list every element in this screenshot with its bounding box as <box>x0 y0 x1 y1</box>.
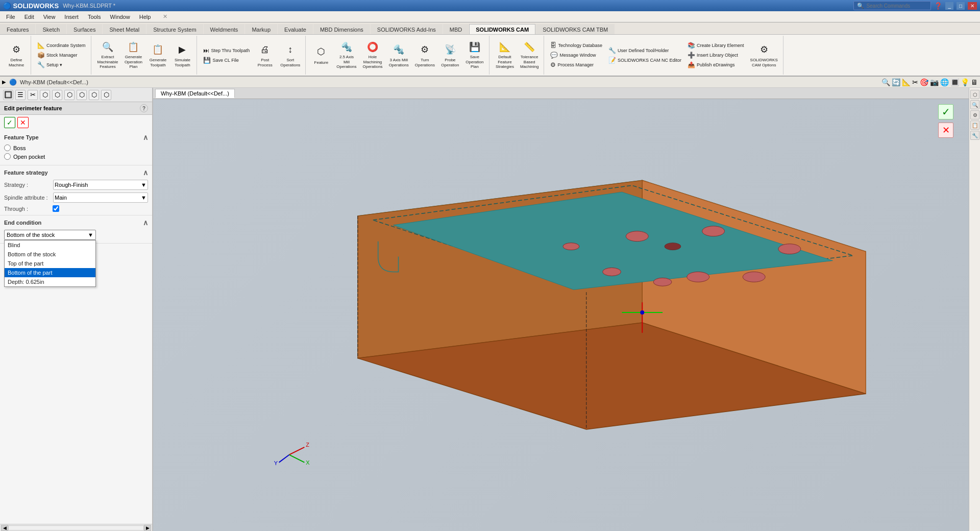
tab-weldments[interactable]: Weldments <box>204 24 245 34</box>
right-tool-2[interactable]: 🔍 <box>970 100 979 109</box>
tab-sheet-metal[interactable]: Sheet Metal <box>103 24 146 34</box>
2-5axis-btn[interactable]: 🔩 2.5 AxisMillOperations <box>334 40 358 70</box>
cam-options-btn[interactable]: ⚙ SOLIDWORKSCAM Options <box>748 40 780 70</box>
spindle-select[interactable]: Main ▼ <box>53 192 148 203</box>
view-icon-10[interactable]: 🖥 <box>971 78 978 86</box>
turn-ops-btn[interactable]: ⚙ TurnOperations <box>413 40 437 70</box>
maximize-btn[interactable]: □ <box>957 2 965 10</box>
extract-features-btn[interactable]: 🔍 ExtractMachinableFeatures <box>95 40 120 70</box>
user-tool-btn[interactable]: 🔧 User Defined Tool/Holder <box>606 46 683 55</box>
scrollbar-track[interactable] <box>8 525 144 530</box>
view-icon-6[interactable]: 📷 <box>930 78 939 86</box>
insert-library-btn[interactable]: ➕ Insert Library Object <box>685 51 746 60</box>
tab-solidworks-cam[interactable]: SOLIDWORKS CAM <box>469 24 535 34</box>
publish-edrawings-btn[interactable]: 📤 Publish eDrawings <box>685 60 746 69</box>
confirm-btn[interactable]: ✓ <box>4 117 15 128</box>
generate-toolpath-btn[interactable]: 📋 GenerateToolpath <box>146 40 169 70</box>
process-mgr-btn[interactable]: ⚙ Process Manager <box>548 60 604 69</box>
view-icon-8[interactable]: 🔳 <box>950 78 959 86</box>
right-tool-3[interactable]: ⚙ <box>970 110 979 119</box>
viewport-tab-main[interactable]: Why-KBM (Default<<Def...) <box>155 89 235 98</box>
panel-tool-7[interactable]: ⬡ <box>77 90 87 100</box>
feature-btn[interactable]: ⬡ Feature <box>310 40 332 70</box>
tab-surfaces[interactable]: Surfaces <box>67 24 102 34</box>
message-window-btn[interactable]: 💬 Message Window <box>548 51 604 60</box>
panel-tool-2[interactable]: ☰ <box>15 90 26 100</box>
probe-op-btn[interactable]: 📡 ProbeOperation <box>439 40 461 70</box>
right-tool-1[interactable]: ⬡ <box>970 90 979 99</box>
strategy-select[interactable]: Rough-Finish ▼ <box>53 180 148 190</box>
minimize-btn[interactable]: _ <box>945 2 953 10</box>
nc-editor-btn[interactable]: 📝 SOLIDWORKS CAM NC Editor <box>606 56 683 65</box>
feature-type-collapse-btn[interactable]: ∧ <box>143 133 148 141</box>
panel-help-btn[interactable]: ? <box>140 104 148 112</box>
scrollbar-right-btn[interactable]: ▶ <box>144 525 151 531</box>
close-btn[interactable]: ✕ <box>968 2 977 10</box>
help-btn[interactable]: ❓ <box>934 2 942 10</box>
create-library-btn[interactable]: 📚 Create Library Element <box>685 41 746 50</box>
view-icon-4[interactable]: ✂ <box>912 78 918 86</box>
tab-structure[interactable]: Structure System <box>146 24 203 34</box>
nav-expand-btn[interactable]: ▶ <box>2 79 6 85</box>
panel-tool-3[interactable]: ✂ <box>28 90 38 100</box>
menu-close-icon[interactable]: ✕ <box>159 12 172 21</box>
dropdown-item-depth[interactable]: Depth: 0.625in <box>5 277 95 286</box>
through-checkbox[interactable] <box>53 205 59 212</box>
boss-radio[interactable] <box>4 144 11 151</box>
tab-cam-tbm[interactable]: SOLIDWORKS CAM TBM <box>536 24 615 34</box>
view-icon-1[interactable]: 🔍 <box>881 78 890 86</box>
panel-tool-6[interactable]: ⬡ <box>64 90 75 100</box>
stock-manager-btn[interactable]: 📦 Stock Manager <box>35 51 88 60</box>
open-pocket-radio[interactable] <box>4 153 11 160</box>
scrollbar-left-btn[interactable]: ◀ <box>1 525 8 531</box>
panel-tool-1[interactable]: 🔲 <box>3 90 13 100</box>
menu-file[interactable]: File <box>2 13 19 21</box>
view-icon-5[interactable]: 🎯 <box>920 78 928 86</box>
dropdown-item-top-part[interactable]: Top of the part <box>5 259 95 268</box>
hole-machining-btn[interactable]: ⭕ HoleMachiningOperations <box>360 40 384 70</box>
panel-tool-4[interactable]: ⬡ <box>40 90 50 100</box>
right-tool-4[interactable]: 📋 <box>970 120 979 130</box>
panel-tool-9[interactable]: ⬡ <box>101 90 111 100</box>
panel-tool-5[interactable]: ⬡ <box>52 90 62 100</box>
dropdown-item-blind[interactable]: Blind <box>5 240 95 250</box>
end-condition-collapse-btn[interactable]: ∧ <box>143 219 148 227</box>
view-icon-7[interactable]: 🌐 <box>940 78 949 86</box>
tab-markup[interactable]: Markup <box>245 24 277 34</box>
tab-mbd-dimensions[interactable]: MBD Dimensions <box>313 24 370 34</box>
end-condition-dropdown[interactable]: Bottom of the stock ▼ <box>4 230 96 240</box>
generate-op-plan-btn[interactable]: 📋 GenerateOperationPlan <box>122 40 144 70</box>
feature-strategy-collapse-btn[interactable]: ∧ <box>143 168 148 177</box>
3axis-btn[interactable]: 🔩 3 Axis MillOperations <box>387 40 411 70</box>
tolerance-machining-btn[interactable]: 📏 ToleranceBasedMachining <box>518 40 541 70</box>
search-input[interactable] <box>866 3 927 9</box>
view-icon-2[interactable]: 🔄 <box>892 78 900 86</box>
coordinate-system-btn[interactable]: 📐 Coordinate System <box>35 41 88 50</box>
setup-btn[interactable]: 🔧 Setup ▾ <box>35 60 88 69</box>
dropdown-item-bottom-part[interactable]: Bottom of the part <box>5 268 95 277</box>
save-op-plan-btn[interactable]: 💾 SaveOperationPlan <box>463 40 486 70</box>
simulate-toolpath-btn[interactable]: ▶ SimulateToolpath <box>171 40 193 70</box>
menu-window[interactable]: Window <box>106 13 134 21</box>
tab-sketch[interactable]: Sketch <box>36 24 66 34</box>
tab-evaluate[interactable]: Evaluate <box>278 24 313 34</box>
default-strategies-btn[interactable]: 📐 DefaultFeatureStrategies <box>494 40 516 70</box>
post-process-btn[interactable]: 🖨 PostProcess <box>254 40 276 70</box>
define-machine-btn[interactable]: ⚙ DefineMachine <box>5 40 28 70</box>
dropdown-item-bottom-stock[interactable]: Bottom of the stock <box>5 250 95 259</box>
tech-db-btn[interactable]: 🗄 Technology Database <box>548 41 604 50</box>
menu-tools[interactable]: Tools <box>84 13 105 21</box>
menu-edit[interactable]: Edit <box>20 13 38 21</box>
right-tool-5[interactable]: 🔧 <box>970 131 979 140</box>
menu-help[interactable]: Help <box>135 13 155 21</box>
tab-addins[interactable]: SOLIDWORKS Add-Ins <box>371 24 443 34</box>
tab-features[interactable]: Features <box>0 24 35 34</box>
tab-mbd[interactable]: MBD <box>443 24 469 34</box>
viewport-cancel-btn[interactable]: ✕ <box>938 123 953 138</box>
step-thru-btn[interactable]: ⏭ Step Thru Toolpath <box>201 46 252 55</box>
view-icon-9[interactable]: 💡 <box>961 78 969 86</box>
sort-ops-btn[interactable]: ↕ SortOperations <box>278 40 302 70</box>
view-icon-3[interactable]: 📐 <box>902 78 911 86</box>
save-cl-btn[interactable]: 💾 Save CL File <box>201 56 252 65</box>
cancel-btn[interactable]: ✕ <box>17 117 29 128</box>
